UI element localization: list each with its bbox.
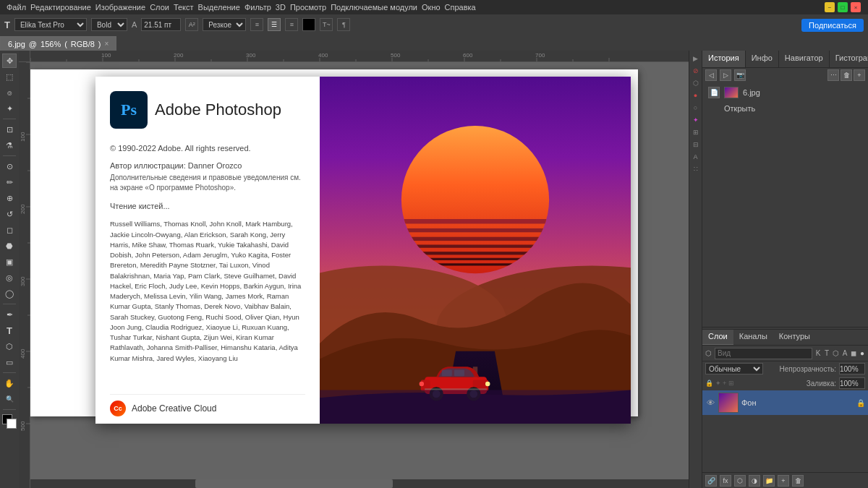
layers-filter-btn-5[interactable]: ◼ <box>851 348 856 359</box>
layers-search-input[interactable] <box>715 348 812 359</box>
brush-panel-icon[interactable]: ⬡ <box>691 78 701 88</box>
align-right-btn[interactable]: ≡ <box>285 18 298 31</box>
layers-filter-toggle[interactable]: ● <box>859 348 865 359</box>
document-tab[interactable]: 6.jpg @ 156% ( RGB/8 ) × <box>0 36 116 51</box>
menu-filter[interactable]: Фильтр <box>242 2 273 12</box>
tab-navigator[interactable]: Навигатор <box>779 51 830 67</box>
tool-gradient[interactable] <box>2 254 17 269</box>
tool-magic-wand[interactable] <box>2 101 17 116</box>
tool-move[interactable] <box>2 53 17 68</box>
scrollbar-h-thumb[interactable] <box>195 479 393 488</box>
tool-brush[interactable] <box>2 175 17 189</box>
font-size-input[interactable] <box>141 18 181 31</box>
tool-text[interactable] <box>2 323 17 338</box>
layer-visibility-btn-0[interactable]: 👁 <box>705 398 715 408</box>
scrollbar-horizontal[interactable] <box>30 479 689 488</box>
anti-alias-select[interactable]: Резкое <box>203 18 246 31</box>
menu-layers[interactable]: Слои <box>148 2 171 12</box>
tool-hand[interactable] <box>2 376 17 390</box>
layers-filter-btn-2[interactable]: T <box>824 348 830 359</box>
menu-text[interactable]: Текст <box>171 2 196 12</box>
tab-history[interactable]: История <box>702 51 746 67</box>
superscript-btn[interactable]: A² <box>185 18 198 31</box>
history-snapshot[interactable]: 📷 <box>734 69 746 81</box>
layer-mask-btn[interactable]: ⬡ <box>734 475 746 487</box>
menu-3d[interactable]: 3D <box>273 2 288 12</box>
panel-icon-4[interactable]: ∷ <box>691 164 701 174</box>
layers-filter-btn-4[interactable]: A <box>842 348 848 359</box>
menu-view[interactable]: Просмотр <box>288 2 328 12</box>
layer-link-btn[interactable]: 🔗 <box>705 475 717 487</box>
layer-adjustment-btn[interactable]: ◑ <box>749 475 760 487</box>
layer-fx-btn[interactable]: fx <box>720 475 731 487</box>
history-item-open[interactable]: Открыть <box>705 101 865 116</box>
tool-zoom[interactable] <box>2 392 17 406</box>
layer-new-btn[interactable]: + <box>778 475 789 487</box>
tool-blur[interactable] <box>2 270 17 285</box>
play-icon[interactable]: ▶ <box>691 53 701 64</box>
alert-icon[interactable]: ⊘ <box>691 66 701 76</box>
tool-shape[interactable] <box>2 355 17 369</box>
tab-channels[interactable]: Каналы <box>733 330 773 345</box>
tool-crop[interactable] <box>2 122 17 137</box>
history-panel-options[interactable]: ⋯ <box>827 69 839 81</box>
blend-mode-select[interactable]: Обычные <box>705 363 763 374</box>
ring-icon[interactable]: ○ <box>691 103 701 113</box>
history-step-back[interactable]: ◁ <box>705 69 717 81</box>
char-panel-btn[interactable]: ¶ <box>337 18 350 31</box>
tool-eyedropper[interactable] <box>2 138 17 153</box>
align-center-btn[interactable]: ☰ <box>268 18 281 31</box>
menu-edit[interactable]: Редактирование <box>28 2 93 12</box>
history-item-file[interactable]: 📄 6.jpg <box>705 85 865 100</box>
canvas-viewport[interactable]: Ps Adobe Photoshop © 1990-2022 Adobe. Al… <box>30 62 689 488</box>
close-button[interactable]: × <box>851 2 861 12</box>
background-color[interactable] <box>7 419 17 429</box>
menu-window[interactable]: Окно <box>420 2 443 12</box>
menu-image[interactable]: Изображение <box>93 2 148 12</box>
tab-info[interactable]: Инфо <box>746 51 779 67</box>
menu-file[interactable]: Файл <box>4 2 28 12</box>
layer-row-0[interactable]: 👁 Фон 🔒 <box>702 390 868 415</box>
star-icon[interactable]: ✦ <box>691 115 701 125</box>
tool-colors[interactable] <box>2 414 17 429</box>
minimize-button[interactable]: − <box>825 2 835 12</box>
history-step-forward[interactable]: ▷ <box>720 69 731 81</box>
panel-icon-2[interactable]: ⊟ <box>691 140 701 150</box>
warp-text-btn[interactable]: T~ <box>320 18 333 31</box>
layers-filter-btn-3[interactable]: ⬡ <box>833 348 839 359</box>
tool-history-brush[interactable] <box>2 207 17 221</box>
history-delete[interactable]: 🗑 <box>841 69 852 81</box>
menu-select[interactable]: Выделение <box>196 2 242 12</box>
color-panel-icon[interactable]: ● <box>691 90 701 100</box>
tool-lasso[interactable] <box>2 85 17 100</box>
splash-content: Ps Adobe Photoshop © 1990-2022 Adobe. Al… <box>95 77 631 424</box>
tool-eraser[interactable] <box>2 223 17 237</box>
tab-paths[interactable]: Контуры <box>773 330 816 345</box>
opacity-input[interactable] <box>839 363 865 374</box>
layers-filter-btn-1[interactable]: K <box>815 348 821 359</box>
layer-delete-btn[interactable]: 🗑 <box>792 475 804 487</box>
tool-stamp[interactable] <box>2 191 17 205</box>
menu-help[interactable]: Справка <box>443 2 478 12</box>
tool-select[interactable] <box>2 69 17 84</box>
tool-dodge[interactable] <box>2 286 17 301</box>
menu-plugins[interactable]: Подключаемые модули <box>328 2 420 12</box>
panel-icon-3[interactable]: A <box>691 152 701 162</box>
maximize-button[interactable]: □ <box>838 2 848 12</box>
align-left-btn[interactable]: ≡ <box>250 18 263 31</box>
panel-icon-1[interactable]: ⊞ <box>691 127 701 137</box>
tool-healing[interactable] <box>2 159 17 174</box>
fill-input[interactable] <box>839 377 865 389</box>
tab-layers[interactable]: Слои <box>702 330 733 345</box>
tool-pen[interactable] <box>2 307 17 322</box>
font-style-select[interactable]: Bold <box>91 18 127 31</box>
layer-group-btn[interactable]: 📁 <box>763 475 775 487</box>
subscribe-button[interactable]: Подписаться <box>801 19 864 32</box>
tool-path[interactable] <box>2 339 17 354</box>
font-family-select[interactable]: Elika Text Pro <box>14 18 87 31</box>
history-new[interactable]: + <box>854 69 865 81</box>
tab-close-btn[interactable]: × <box>105 40 109 48</box>
tab-histogram[interactable]: Гистограмма <box>830 51 868 67</box>
tool-paint-bucket[interactable] <box>2 239 17 253</box>
color-picker-btn[interactable] <box>302 18 315 31</box>
